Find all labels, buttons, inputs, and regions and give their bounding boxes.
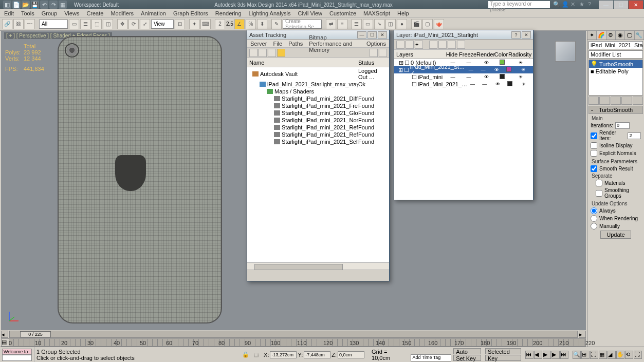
move-icon[interactable]: ✥ (117, 19, 127, 29)
update-manually-radio[interactable] (591, 223, 597, 230)
zoom-all-icon[interactable]: ⊞ (581, 351, 590, 359)
selection-filter-dropdown[interactable]: All (39, 20, 68, 29)
update-rendering-radio[interactable] (591, 215, 597, 222)
layer-col-render[interactable]: Render (476, 51, 494, 58)
object-name-field[interactable]: iPad_Mini_2021_Starligh (588, 41, 643, 49)
schematic-view-icon[interactable]: ◫ (385, 19, 396, 29)
asset-row[interactable]: iPad_Mini_2021_Starlight_max_vray.maxOk (247, 81, 389, 88)
asset-row[interactable]: Maps / Shaders (247, 88, 389, 95)
layer-list[interactable]: ⊞☐0 (default)——👁☀⊞☐iPad_Mini_2021_St… ✓—… (394, 59, 533, 200)
workspace-label[interactable]: Workspace: Default (74, 2, 119, 8)
help-search-input[interactable]: Type a keyword or phrase (488, 1, 550, 8)
favorites-icon[interactable]: ★ (579, 1, 586, 8)
asset-col-name[interactable]: Name (249, 60, 358, 66)
pivot-center-icon[interactable]: ⊡ (175, 19, 185, 29)
stack-turbosmooth[interactable]: 💡TurboSmooth (589, 60, 642, 68)
asset-row[interactable]: Starlight_iPad_mini_2021_Normal.pngFound (247, 117, 389, 124)
menu-maxscript[interactable]: MAXScript (363, 10, 390, 16)
asset-row[interactable]: Autodesk VaultLogged Out … (247, 67, 389, 81)
asset-row[interactable]: Starlight_iPad_mini_2021_Fresnel_IOR.png… (247, 102, 389, 109)
edit-named-sel-icon[interactable]: ✎ (271, 19, 282, 29)
tab-create-icon[interactable]: ✦ (587, 31, 597, 40)
zoom-extents-icon[interactable]: ⛶ (590, 351, 598, 359)
materials-checkbox[interactable] (596, 180, 602, 186)
minimize-button[interactable]: — (599, 1, 613, 9)
asset-col-status[interactable]: Status (358, 60, 387, 66)
new-icon[interactable]: 📄 (12, 1, 21, 9)
timeline-ruler[interactable]: ▤ 01020304050607080901001101201301401501… (1, 338, 586, 347)
layer-col-freeze[interactable]: Freeze (459, 51, 476, 58)
rollup-turbosmooth[interactable]: TurboSmooth (588, 106, 643, 114)
signin-icon[interactable]: 👤 (562, 1, 569, 8)
layer-col-color[interactable]: Color (494, 51, 508, 58)
menu-customize[interactable]: Customize (329, 10, 356, 16)
zoom-icon[interactable]: 🔍 (573, 351, 581, 359)
make-unique-icon[interactable] (611, 97, 621, 105)
menu-graph-editors[interactable]: Graph Editors (173, 10, 208, 16)
play-icon[interactable]: ▶ (543, 351, 551, 359)
asset-row[interactable]: Starlight_iPad_mini_2021_Refract.pngFoun… (247, 131, 389, 138)
help-icon[interactable]: ? (588, 1, 595, 8)
field-of-view-icon[interactable]: ◢ (608, 351, 616, 359)
asset-menu-server[interactable]: Server (250, 41, 267, 47)
render-iters-checkbox[interactable] (591, 132, 597, 139)
viewport-object-wireframe[interactable] (58, 36, 222, 323)
render-icon[interactable]: 🫖 (434, 19, 444, 29)
layer-row[interactable]: ⊞☐iPad_Mini_2021_St… ✓——👁☀ (394, 66, 533, 73)
asset-menu-bitmap[interactable]: Bitmap Performance and Memory (309, 34, 360, 53)
link-icon[interactable]: 🔗 (2, 19, 12, 29)
undo-icon[interactable]: ↶ (40, 1, 48, 9)
update-always-radio[interactable] (591, 207, 597, 214)
angle-snap-icon[interactable]: ∠ (234, 19, 245, 29)
zoom-extents-all-icon[interactable]: ▦ (599, 351, 607, 359)
mirror-icon[interactable]: ⇄ (326, 19, 336, 29)
pin-stack-icon[interactable] (588, 97, 599, 105)
named-sel-dropdown[interactable]: Create Selection Se (283, 20, 322, 29)
render-iters-spinner[interactable]: 2 (628, 132, 641, 139)
show-end-result-icon[interactable] (599, 97, 610, 105)
configure-sets-icon[interactable] (633, 97, 643, 105)
asset-pin-icon[interactable] (379, 49, 387, 57)
asset-help-icon[interactable] (370, 49, 378, 57)
menu-civil-view[interactable]: Civil View (298, 10, 322, 16)
key-filters-selected[interactable]: Selected (485, 348, 521, 354)
layer-freeze-icon[interactable] (457, 41, 465, 49)
selection-lock-icon[interactable]: 🔒 (240, 351, 251, 358)
layer-hide-unhide-icon[interactable] (448, 41, 456, 49)
auto-key-button[interactable]: Auto Key (453, 348, 481, 354)
asset-menu-paths[interactable]: Paths (288, 41, 303, 47)
menu-animation[interactable]: Animation (141, 10, 166, 16)
lightbulb-icon[interactable]: 💡 (591, 61, 598, 67)
menu-edit[interactable]: Edit (4, 10, 14, 16)
render-setup-icon[interactable]: 🎬 (411, 19, 421, 29)
tab-hierarchy-icon[interactable]: ⚙ (606, 31, 616, 40)
select-region-icon[interactable]: ⬚ (91, 19, 102, 29)
smooth-result-checkbox[interactable] (591, 165, 597, 172)
track-bar-toggle[interactable]: ▤ (2, 339, 9, 346)
layer-dialog-help-button[interactable]: ? (511, 31, 521, 39)
smoothing-groups-checkbox[interactable] (596, 190, 602, 197)
layer-col-radiosity[interactable]: Radiosity (508, 51, 531, 58)
goto-end-icon[interactable]: ⏭ (560, 351, 568, 359)
exchange-icon[interactable]: ✕ (571, 1, 578, 8)
modifier-stack[interactable]: 💡TurboSmooth ■Editable Poly (588, 60, 643, 96)
asset-list[interactable]: Autodesk VaultLogged Out …iPad_Mini_2021… (247, 67, 389, 262)
time-slider-thumb[interactable]: 0 / 225 (20, 331, 51, 337)
next-frame-icon[interactable]: ▶ (551, 351, 560, 359)
layer-select-obj-icon[interactable] (438, 41, 447, 49)
layer-new-icon[interactable] (396, 41, 404, 49)
menu-tools[interactable]: Tools (21, 10, 34, 16)
prev-frame-icon[interactable]: ◀ (534, 351, 542, 359)
layer-dialog-close-button[interactable]: ✕ (522, 31, 531, 39)
layer-add-sel-icon[interactable]: + (415, 41, 423, 49)
asset-menu-options[interactable]: Options (366, 41, 386, 47)
layer-dialog-titlebar[interactable]: Layer: iPad_Mini_2021_Starlight ? ✕ (394, 30, 533, 40)
search-icon[interactable]: 🔍 (553, 1, 560, 8)
layer-delete-icon[interactable] (406, 41, 414, 49)
maximize-button[interactable]: ☐ (614, 1, 628, 9)
x-coord-input[interactable] (270, 351, 297, 358)
curve-editor-icon[interactable]: ∿ (374, 19, 384, 29)
asset-menu-file[interactable]: File (273, 41, 282, 47)
dialog-maximize-button[interactable]: ☐ (367, 31, 377, 39)
layer-row[interactable]: ☐iPad_Mini_2021_…——👁☀ (394, 81, 533, 88)
